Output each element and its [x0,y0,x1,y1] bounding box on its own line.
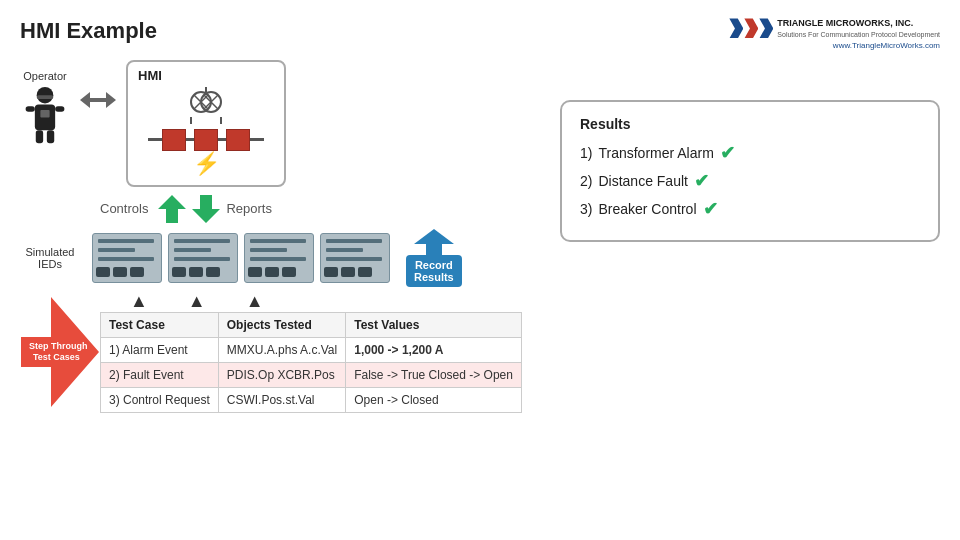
row1-test-case: 1) Alarm Event [101,337,219,362]
hmi-box: HMI [126,60,286,187]
svg-rect-6 [47,130,54,143]
table-header: Test Case Objects Tested Test Values [101,312,522,337]
hmi-box-2 [194,129,218,151]
controls-arrow-icon [158,195,186,223]
logo-chevron-3 [759,18,773,38]
table-container: ▲ ▲ ▲ Test Case Objects Tested Test Valu… [100,291,540,413]
ied-box-4 [320,233,390,283]
header: HMI Example TRIANGLE MICROWORKS, INC. So… [20,18,940,50]
col-objects-tested: Objects Tested [218,312,345,337]
logo-chevron-1 [729,18,743,38]
left-section: Operator [20,60,540,520]
operator-icon [20,86,70,146]
col-test-case: Test Case [101,312,219,337]
svg-rect-7 [40,110,49,117]
result-1-number: 1) [580,145,592,161]
svg-rect-5 [36,130,43,143]
check-icon-2: ✔ [694,170,709,192]
test-table: Test Case Objects Tested Test Values 1) … [100,312,522,413]
operator-label: Operator [23,70,66,82]
result-2-number: 2) [580,173,592,189]
col-test-values: Test Values [346,312,522,337]
hmi-box-3 [226,129,250,151]
result-item-3: 3) Breaker Control ✔ [580,198,920,220]
result-2-text: Distance Fault [598,173,687,189]
logo-chevrons [729,18,773,38]
step-through-arrow-svg: Step Through Test Cases [21,297,99,407]
page-title: HMI Example [20,18,157,44]
results-title: Results [580,116,920,132]
reports-arrow-icon [192,195,220,223]
row1-objects: MMXU.A.phs A.c.Val [218,337,345,362]
svg-rect-3 [26,106,35,112]
tagline: Solutions For Communication Protocol Dev… [777,30,940,39]
row1-values: 1,000 -> 1,200 A [346,337,522,362]
table-row: 3) Control Request CSWI.Pos.st.Val Open … [101,387,522,412]
row3-test-case: 3) Control Request [101,387,219,412]
line-left [148,138,162,141]
company-name: TRIANGLE MICROWORKS, INC. [777,18,940,30]
row2-test-case: 2) Fault Event [101,362,219,387]
up-arrow-2: ▲ [188,291,206,312]
check-icon-3: ✔ [703,198,718,220]
svg-rect-9 [90,98,106,102]
row2-values: False -> True Closed -> Open [346,362,522,387]
result-item-1: 1) Transformer Alarm ✔ [580,142,920,164]
row3-objects: CSWI.Pos.st.Val [218,387,345,412]
transformer-symbol [181,87,231,127]
row3-values: Open -> Closed [346,387,522,412]
logo-text-block: TRIANGLE MICROWORKS, INC. Solutions For … [777,18,940,39]
row2-objects: PDIS.Op XCBR.Pos [218,362,345,387]
page: HMI Example TRIANGLE MICROWORKS, INC. So… [0,0,960,540]
svg-marker-21 [192,195,220,223]
line-mid2 [218,138,226,141]
svg-rect-4 [55,106,64,112]
ied-box-2 [168,233,238,283]
lightning-icon: ⚡ [193,151,220,177]
logo-graphic: TRIANGLE MICROWORKS, INC. Solutions For … [729,18,940,39]
results-box: Results 1) Transformer Alarm ✔ 2) Distan… [560,100,940,242]
line-mid1 [186,138,194,141]
hmi-label: HMI [138,68,274,83]
main-content: Operator [20,60,940,520]
controls-label: Controls [100,201,148,216]
simulated-ieds-label: Simulated IEDs [20,246,80,270]
logo-chevron-2 [744,18,758,38]
record-results-block: Record Results [406,229,462,287]
line-right [250,138,264,141]
result-1-text: Transformer Alarm [598,145,713,161]
record-results-label: Record Results [406,255,462,287]
ied-box-3 [244,233,314,283]
svg-marker-20 [158,195,186,223]
hmi-box-1 [162,129,186,151]
header-row: Test Case Objects Tested Test Values [101,312,522,337]
diagram-row: Operator [20,60,540,187]
step-through-arrow: Step Through Test Cases [20,291,100,413]
svg-marker-8 [80,92,90,108]
table-row: 2) Fault Event PDIS.Op XCBR.Pos False ->… [101,362,522,387]
operator-block: Operator [20,70,70,146]
right-section: Results 1) Transformer Alarm ✔ 2) Distan… [540,60,940,520]
hmi-diagram: ⚡ [138,87,274,177]
up-arrow-1: ▲ [130,291,148,312]
double-arrow [80,90,116,110]
logo-area: TRIANGLE MICROWORKS, INC. Solutions For … [729,18,940,50]
step-table-section: Step Through Test Cases ▲ ▲ ▲ [20,291,540,413]
table-row: 1) Alarm Event MMXU.A.phs A.c.Val 1,000 … [101,337,522,362]
svg-text:Step Through: Step Through [29,341,88,351]
result-3-text: Breaker Control [598,201,696,217]
reports-label: Reports [226,201,272,216]
up-arrows-row: ▲ ▲ ▲ [130,291,540,312]
check-icon-1: ✔ [720,142,735,164]
table-body: 1) Alarm Event MMXU.A.phs A.c.Val 1,000 … [101,337,522,412]
ieds-record-row: Simulated IEDs [20,229,540,287]
hmi-switch-row [148,129,264,151]
ied-box-1 [92,233,162,283]
controls-reports-row: Controls Reports [100,195,540,223]
result-item-2: 2) Distance Fault ✔ [580,170,920,192]
result-3-number: 3) [580,201,592,217]
up-arrow-3: ▲ [246,291,264,312]
svg-marker-10 [106,92,116,108]
svg-rect-1 [37,95,54,99]
logo-url: www.TriangleMicroWorks.com [833,41,940,50]
